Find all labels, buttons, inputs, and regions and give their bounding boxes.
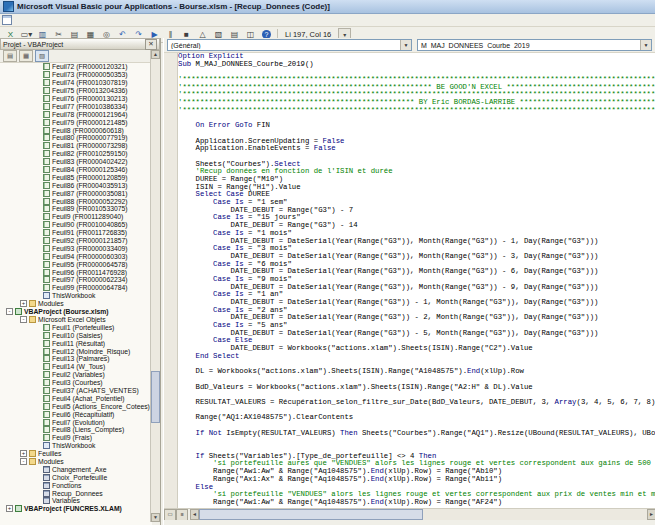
expander-icon[interactable]: - — [20, 316, 27, 323]
menu-item[interactable] — [36, 23, 46, 25]
tree-item[interactable]: Feuil74 (FR0010307819) — [0, 79, 152, 87]
project-panel-header[interactable]: Projet - VBAProject ✕ — [0, 38, 160, 50]
tree-item[interactable]: Feuil91 (FR0011726835) — [0, 229, 152, 237]
tree-item[interactable]: Feuil9 (FR0011289040) — [0, 213, 152, 221]
tree-item[interactable]: Feuil83 (FR0000402422) — [0, 158, 152, 166]
menu-item[interactable] — [46, 23, 56, 25]
chevron-down-icon[interactable]: ▼ — [640, 40, 651, 50]
tree-item[interactable]: Feuil73 (FR0000050353) — [0, 71, 152, 79]
menu-item[interactable] — [26, 23, 36, 25]
scroll-up-icon[interactable]: ▲ — [151, 50, 160, 59]
tree-item[interactable]: Feuil4 (Achat_Potentiel) — [0, 394, 152, 402]
expander-icon[interactable]: - — [20, 458, 27, 465]
tree-item[interactable]: Recup_Donnees — [0, 489, 152, 497]
tree-item[interactable]: Feuil3 (Courbes) — [0, 379, 152, 387]
tree-item[interactable]: Feuil87 (FR0000035081) — [0, 189, 152, 197]
tree-item[interactable]: Feuil94 (FR0000060303) — [0, 252, 152, 260]
tree-item[interactable]: Feuil89 (FR0010533075) — [0, 205, 152, 213]
tree-item[interactable]: + VBAProject (FUNCRES.XLAM) — [0, 505, 152, 513]
tree-item[interactable]: Feuil96 (FR0011476928) — [0, 268, 152, 276]
tree-item[interactable]: Feuil99 (FR0000064784) — [0, 284, 152, 292]
expander-icon[interactable]: - — [6, 308, 13, 315]
view-object-button[interactable]: ▦ — [19, 50, 33, 62]
expander-icon[interactable]: + — [20, 300, 27, 307]
tree-item[interactable]: Feuil1 (Portefeuilles) — [0, 323, 152, 331]
tree-item[interactable]: Feuil76 (FR0000130213) — [0, 95, 152, 103]
tree-item[interactable]: - VBAProject (Bourse.xlsm) — [0, 308, 152, 316]
tree-item[interactable]: Feuil95 (FR0000064578) — [0, 260, 152, 268]
tree-item[interactable]: Feuil90 (FR0010040865) — [0, 221, 152, 229]
tree-item[interactable]: Feuil85 (FR0000120859) — [0, 173, 152, 181]
tree-item[interactable]: Feuil2 (Variables) — [0, 371, 152, 379]
tree-item[interactable]: Feuil77 (FR0010386334) — [0, 102, 152, 110]
tree-item[interactable]: + Modules — [0, 300, 152, 308]
tree-item-label: Feuil8 (FR0000060618) — [52, 127, 124, 134]
menu-item[interactable] — [116, 23, 126, 25]
toggle-folders-button[interactable]: ▨ — [35, 50, 49, 62]
expander-icon[interactable]: + — [6, 505, 13, 512]
tree-item[interactable]: Choix_Portefeuille — [0, 473, 152, 481]
view-code-button[interactable]: ▤ — [3, 50, 17, 62]
tree-item[interactable]: Feuil37 (ACHATS_VENTES) — [0, 387, 152, 395]
tree-item[interactable]: Feuil93 (FR0000033409) — [0, 244, 152, 252]
tree-item[interactable]: Feuil10 (Saisies) — [0, 331, 152, 339]
object-dropdown[interactable]: (Général) ▼ — [167, 39, 412, 51]
scrollbar-thumb[interactable] — [199, 509, 423, 520]
menu-item[interactable] — [96, 23, 106, 25]
tree-item[interactable]: Feuil14 (W_Tous) — [0, 363, 152, 371]
tree-item[interactable]: ThisWorkbook — [0, 442, 152, 450]
tree-item[interactable]: Feuil8 (Liens_Comptes) — [0, 426, 152, 434]
menu-item[interactable] — [56, 23, 66, 25]
breakpoint-margin[interactable] — [164, 53, 178, 508]
tree-item[interactable]: Feuil8 (FR0000060618) — [0, 126, 152, 134]
tree-item[interactable]: Feuil75 (FR0013204336) — [0, 87, 152, 95]
scroll-left-icon[interactable]: ◄ — [190, 509, 199, 520]
tree-item[interactable]: Feuil81 (FR0000073298) — [0, 142, 152, 150]
tree-item-label: Feuil7 (Evolution) — [52, 419, 105, 426]
scroll-down-icon[interactable]: ▼ — [151, 513, 160, 522]
procedure-dropdown[interactable]: M_MAJ_DONNEES_Courbe_2019 ▼ — [417, 39, 652, 51]
tree-item-label: Feuil73 (FR0000050353) — [52, 71, 128, 78]
tree-item[interactable]: Feuil78 (FR0000121964) — [0, 110, 152, 118]
tree-item[interactable]: Feuil97 (FR0000062234) — [0, 276, 152, 284]
code-editor[interactable]: Option ExplicitSub M_MAJ_DONNEES_Courbe_… — [178, 53, 655, 508]
scrollbar-thumb[interactable] — [151, 371, 160, 423]
tree-item[interactable]: Fonctions — [0, 481, 152, 489]
project-tree-scrollbar[interactable]: ▲ ▼ — [150, 50, 160, 522]
tree-item[interactable]: Feuil92 (FR0000121857) — [0, 237, 152, 245]
tree-item[interactable]: Variables — [0, 497, 152, 505]
close-icon[interactable]: ✕ — [145, 39, 157, 50]
tree-item[interactable]: Feuil72 (FR0000120321) — [0, 63, 152, 71]
menu-item[interactable] — [106, 23, 116, 25]
procedure-view-button[interactable]: ▭ — [164, 509, 176, 521]
menu-item[interactable] — [86, 23, 96, 25]
chevron-down-icon[interactable]: ▼ — [400, 40, 411, 50]
tree-item[interactable]: - Microsoft Excel Objets — [0, 316, 152, 324]
tree-item[interactable]: - Modules — [0, 458, 152, 466]
tree-item[interactable]: Feuil9 (Frais) — [0, 434, 152, 442]
scroll-right-icon[interactable]: ► — [647, 509, 655, 520]
tree-item[interactable]: Feuil84 (FR0000125346) — [0, 166, 152, 174]
tree-item[interactable]: Feuil86 (FR0004035913) — [0, 181, 152, 189]
tree-item[interactable]: Feuil88 (FR0000052292) — [0, 197, 152, 205]
menu-item[interactable] — [66, 23, 76, 25]
expander-icon[interactable]: + — [20, 450, 27, 457]
tree-item[interactable]: Feuil13 (Palmares) — [0, 355, 152, 363]
tree-item[interactable]: Feuil79 (FR0000121485) — [0, 118, 152, 126]
tree-item[interactable]: Changement_Axe — [0, 465, 152, 473]
tree-item[interactable]: Feuil12 (Moindre_Risque) — [0, 347, 152, 355]
tree-item-icon — [43, 205, 50, 212]
tree-item[interactable]: Feuil80 (FR0000077919) — [0, 134, 152, 142]
tree-item[interactable]: Feuil7 (Evolution) — [0, 418, 152, 426]
menu-item[interactable] — [16, 23, 26, 25]
menu-item[interactable] — [76, 23, 86, 25]
tree-item[interactable]: ThisWorkbook — [0, 292, 152, 300]
tree-item[interactable]: Feuil82 (FR0010259150) — [0, 150, 152, 158]
tree-item[interactable]: Feuil5 (Actions_Encore_Cotees) — [0, 402, 152, 410]
horizontal-scrollbar[interactable]: ◄ ► — [190, 509, 655, 520]
tree-item[interactable]: + Feuilles — [0, 450, 152, 458]
full-module-view-button[interactable]: ≡ — [176, 509, 188, 521]
tree-item[interactable]: Feuil6 (Récapitulatif) — [0, 410, 152, 418]
tree-item[interactable]: Feuil11 (Résultat) — [0, 339, 152, 347]
tree-item-icon — [43, 95, 50, 102]
